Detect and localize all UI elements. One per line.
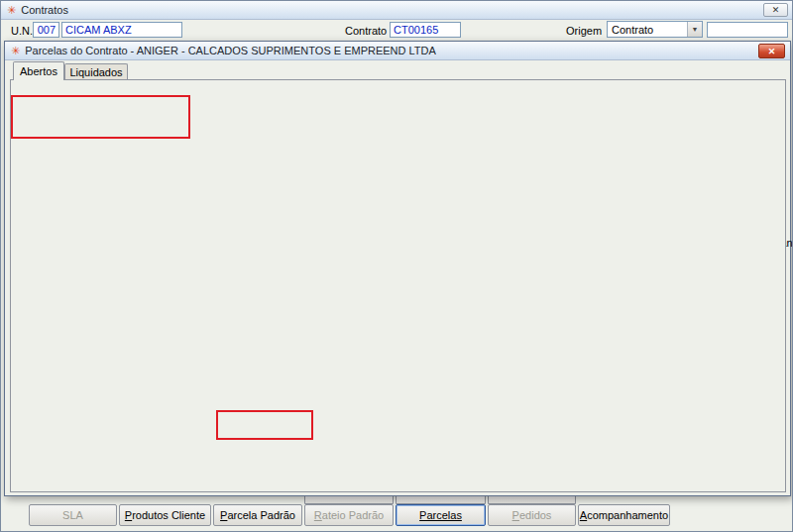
window-titlebar: ✳ Contratos ✕ — [1, 1, 792, 20]
tab-liquidados-label: Liquidados — [69, 66, 122, 78]
button-parcela-padrao[interactable]: Parcela Padrão — [213, 504, 302, 526]
tab-page-abertos — [10, 79, 786, 492]
tab-abertos[interactable]: Abertos — [13, 61, 64, 80]
toolbar-field-right[interactable] — [707, 22, 788, 38]
tab-liquidados[interactable]: Liquidados — [64, 63, 128, 79]
origem-label: Origem — [566, 25, 602, 37]
dialog-title: Parcelas do Contrato - ANIGER - CALCADOS… — [25, 45, 436, 56]
chevron-down-icon: ▼ — [687, 22, 702, 37]
origem-select[interactable]: Contrato ▼ — [607, 21, 703, 38]
origem-select-value: Contrato — [612, 24, 653, 36]
un-label: U.N. — [11, 25, 33, 37]
app-icon: ✳ — [7, 5, 16, 16]
parcelas-dialog: ✳ Parcelas do Contrato - ANIGER - CALCAD… — [4, 41, 791, 496]
contrato-label: Contrato — [345, 25, 387, 37]
contratos-window: ✳ Contratos ✕ U.N. 007 CICAM ABXZ Contra… — [0, 0, 793, 532]
window-toolbar: U.N. 007 CICAM ABXZ Contrato CT00165 Ori… — [1, 20, 792, 42]
tab-abertos-label: Abertos — [20, 65, 57, 77]
button-acompanhamento[interactable]: Acompanhamento — [578, 504, 670, 526]
dialog-icon: ✳ — [11, 46, 20, 56]
window-title: Contratos — [21, 4, 68, 16]
dialog-titlebar: ✳ Parcelas do Contrato - ANIGER - CALCAD… — [5, 42, 790, 60]
un-name-field[interactable]: CICAM ABXZ — [61, 22, 182, 38]
button-rateio-padrao[interactable]: Rateio Padrão — [304, 504, 394, 526]
dialog-close-button[interactable]: ✕ — [758, 44, 785, 58]
button-pedidos[interactable]: Pedidos — [488, 504, 576, 526]
un-code-field[interactable]: 007 — [33, 22, 59, 38]
contrato-field[interactable]: CT00165 — [390, 22, 461, 38]
button-produtos-cliente[interactable]: Produtos Cliente — [119, 504, 211, 526]
button-parcelas[interactable]: Parcelas — [396, 504, 486, 526]
button-sla[interactable]: SLA — [29, 504, 117, 526]
window-close-button[interactable]: ✕ — [763, 3, 788, 17]
